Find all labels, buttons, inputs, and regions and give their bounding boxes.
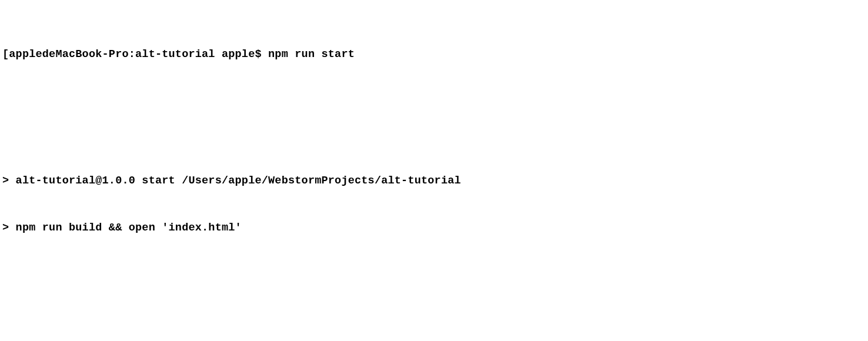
terminal-output[interactable]: [appledeMacBook-Pro:alt-tutorial apple$ …	[0, 0, 868, 341]
blank-line	[2, 111, 866, 126]
blank-line	[2, 284, 866, 300]
prompt-text: [appledeMacBook-Pro:alt-tutorial apple$ …	[2, 48, 355, 61]
npm-start-header-1: > alt-tutorial@1.0.0 start /Users/apple/…	[2, 173, 866, 189]
npm-start-header-2: > npm run build && open 'index.html'	[2, 220, 866, 236]
prompt-line: [appledeMacBook-Pro:alt-tutorial apple$ …	[2, 47, 866, 63]
